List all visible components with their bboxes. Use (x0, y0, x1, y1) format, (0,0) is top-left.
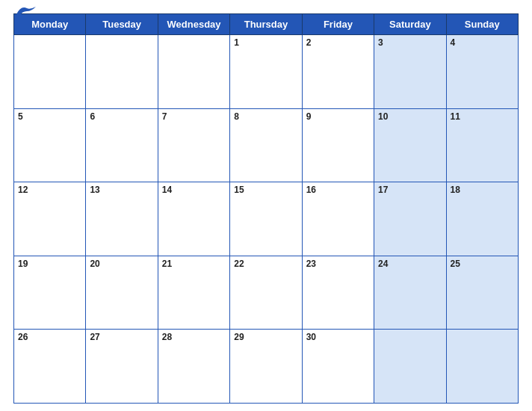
day-number: 25 (451, 259, 460, 269)
calendar-day-cell: 5 (14, 108, 86, 182)
day-number: 6 (90, 111, 95, 122)
weekday-header-saturday: Saturday (374, 14, 446, 35)
calendar-table: MondayTuesdayWednesdayThursdayFridaySatu… (13, 13, 519, 404)
calendar-day-cell: 13 (86, 182, 158, 256)
calendar-day-cell: 1 (230, 35, 302, 109)
weekday-header-wednesday: Wednesday (158, 14, 229, 35)
day-number: 16 (306, 185, 316, 195)
day-number: 12 (18, 185, 28, 195)
calendar-day-cell: 22 (230, 256, 302, 330)
calendar-day-cell: 15 (230, 182, 302, 256)
calendar-day-cell: 20 (86, 256, 158, 330)
calendar-day-cell: 26 (14, 330, 86, 404)
day-number: 3 (378, 37, 383, 48)
day-number: 14 (162, 185, 172, 195)
weekday-header-friday: Friday (302, 14, 374, 35)
calendar-day-cell: 16 (302, 182, 374, 256)
calendar-week-row: 12131415161718 (14, 182, 519, 256)
day-number: 1 (234, 37, 239, 48)
day-number: 2 (306, 37, 312, 48)
calendar-day-cell: 29 (230, 330, 302, 404)
day-number: 28 (162, 332, 172, 342)
calendar-day-cell (374, 330, 446, 404)
day-number: 17 (378, 185, 388, 195)
calendar-day-cell: 24 (374, 256, 446, 330)
calendar-day-cell: 7 (158, 108, 229, 182)
calendar-day-cell (14, 35, 86, 109)
day-number: 4 (451, 37, 456, 48)
day-number: 27 (90, 332, 99, 342)
calendar-day-cell: 18 (446, 182, 518, 256)
calendar-week-row: 2627282930 (14, 330, 519, 404)
day-number: 11 (451, 111, 460, 122)
day-number: 5 (18, 111, 23, 122)
day-number: 24 (378, 259, 388, 269)
day-number: 20 (90, 259, 99, 269)
calendar-day-cell: 17 (374, 182, 446, 256)
day-number: 15 (234, 185, 244, 195)
day-number: 30 (306, 332, 316, 342)
logo-bird-icon (15, 4, 36, 17)
calendar-day-cell: 10 (374, 108, 446, 182)
day-number: 21 (162, 259, 172, 269)
calendar-day-cell: 8 (230, 108, 302, 182)
weekday-header-thursday: Thursday (230, 14, 302, 35)
weekday-header-sunday: Sunday (446, 14, 518, 35)
calendar-day-cell: 19 (14, 256, 86, 330)
calendar-day-cell: 14 (158, 182, 229, 256)
day-number: 18 (451, 185, 460, 195)
day-number: 9 (306, 111, 312, 122)
day-number: 29 (234, 332, 244, 342)
day-number: 22 (234, 259, 244, 269)
weekday-header-row: MondayTuesdayWednesdayThursdayFridaySatu… (14, 14, 519, 35)
calendar-week-row: 1234 (14, 35, 519, 109)
day-number: 19 (18, 259, 28, 269)
day-number: 26 (18, 332, 28, 342)
calendar-week-row: 567891011 (14, 108, 519, 182)
calendar-day-cell: 30 (302, 330, 374, 404)
day-number: 10 (378, 111, 388, 122)
calendar-day-cell: 23 (302, 256, 374, 330)
day-number: 13 (90, 185, 99, 195)
day-number: 7 (162, 111, 167, 122)
weekday-header-tuesday: Tuesday (86, 14, 158, 35)
calendar-day-cell: 12 (14, 182, 86, 256)
calendar-day-cell: 21 (158, 256, 229, 330)
calendar-day-cell: 11 (446, 108, 518, 182)
calendar-day-cell (446, 330, 518, 404)
day-number: 8 (234, 111, 239, 122)
day-number: 23 (306, 259, 316, 269)
logo (13, 4, 36, 17)
calendar-day-cell: 25 (446, 256, 518, 330)
calendar-day-cell: 2 (302, 35, 374, 109)
calendar-week-row: 19202122232425 (14, 256, 519, 330)
calendar-day-cell: 4 (446, 35, 518, 109)
calendar-day-cell: 28 (158, 330, 229, 404)
calendar-day-cell: 3 (374, 35, 446, 109)
calendar-day-cell (86, 35, 158, 109)
calendar-day-cell: 9 (302, 108, 374, 182)
calendar-day-cell: 27 (86, 330, 158, 404)
calendar-day-cell (158, 35, 229, 109)
calendar-day-cell: 6 (86, 108, 158, 182)
